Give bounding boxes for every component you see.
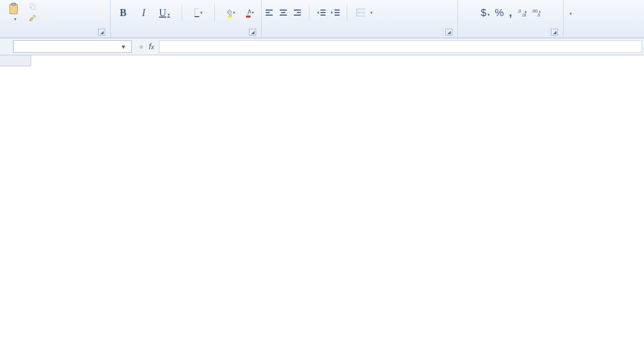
percent-button[interactable]: % xyxy=(495,7,504,19)
font-launcher[interactable]: ◢ xyxy=(249,29,256,36)
bold-button[interactable]: B xyxy=(118,7,129,19)
brush-icon xyxy=(28,14,37,23)
increase-decimal-button[interactable]: .0.00 xyxy=(517,8,526,17)
svg-text:.0: .0 xyxy=(517,9,521,14)
clipboard-launcher[interactable]: ◢ xyxy=(98,29,105,36)
underline-button[interactable]: U▾ xyxy=(159,7,170,19)
italic-button[interactable]: I xyxy=(138,7,149,19)
svg-rect-6 xyxy=(228,16,232,18)
svg-rect-8 xyxy=(246,16,251,18)
increase-indent-button[interactable] xyxy=(331,8,340,17)
formula-input[interactable] xyxy=(159,40,642,53)
number-launcher[interactable]: ◢ xyxy=(551,29,558,36)
format-painter-button[interactable] xyxy=(26,13,41,24)
align-left-button[interactable] xyxy=(265,8,274,17)
cancel-formula-icon: ● xyxy=(139,42,144,51)
svg-rect-0 xyxy=(10,4,17,14)
paste-button[interactable]: ▾ xyxy=(9,16,19,23)
align-right-button[interactable] xyxy=(293,8,302,17)
ribbon: ▾ ◢ B I U▾ ▾ ▾ A▾ ◢ xyxy=(0,0,644,38)
borders-button[interactable]: ▾ xyxy=(194,8,203,17)
group-font-label: ◢ xyxy=(114,34,258,38)
conditional-formatting-button[interactable]: ▾ xyxy=(567,7,574,19)
merge-icon xyxy=(356,8,365,17)
decrease-indent-button[interactable] xyxy=(316,8,326,17)
formula-bar: ▼ ● fx xyxy=(0,38,644,55)
paste-icon[interactable] xyxy=(6,3,21,16)
spreadsheet-grid[interactable] xyxy=(0,55,644,362)
group-number-label: ◢ xyxy=(461,34,560,38)
name-box[interactable]: ▼ xyxy=(13,40,132,53)
currency-button[interactable]: $▾ xyxy=(480,7,490,19)
svg-rect-3 xyxy=(32,5,35,9)
alignment-launcher[interactable]: ◢ xyxy=(445,29,452,36)
comma-button[interactable]: , xyxy=(509,6,512,19)
group-alignment-label: ◢ xyxy=(265,34,454,38)
fill-color-button[interactable]: ▾ xyxy=(226,8,235,17)
font-color-button[interactable]: A▾ xyxy=(245,8,254,17)
merge-center-button[interactable]: ▾ xyxy=(354,7,375,18)
svg-text:A: A xyxy=(247,9,251,16)
fx-button[interactable]: fx xyxy=(149,42,154,51)
svg-rect-4 xyxy=(195,9,199,17)
align-center-button[interactable] xyxy=(279,8,288,17)
svg-rect-1 xyxy=(12,3,16,5)
group-clipboard-label: ◢ xyxy=(3,34,107,38)
copy-button[interactable] xyxy=(26,1,41,12)
decrease-decimal-button[interactable]: .00.0 xyxy=(531,8,540,17)
copy-icon xyxy=(28,2,37,11)
svg-text:.00: .00 xyxy=(521,13,526,18)
select-all-corner[interactable] xyxy=(0,55,31,66)
